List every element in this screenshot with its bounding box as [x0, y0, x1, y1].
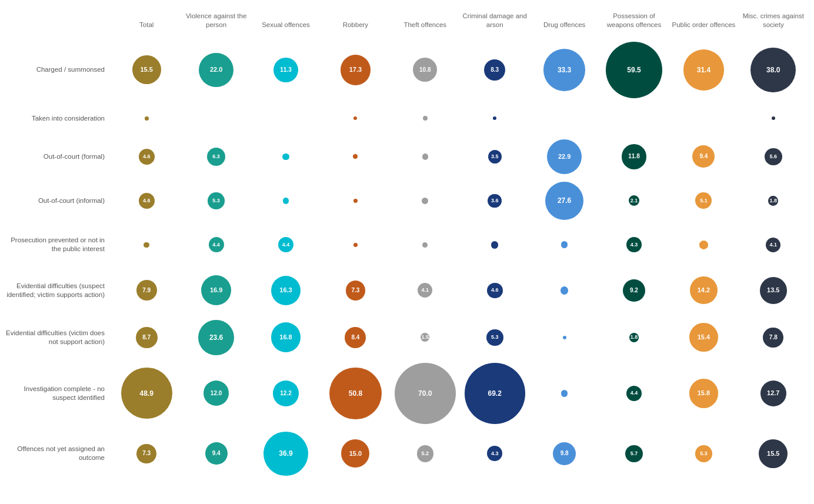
cell-prosecution-public_order [669, 223, 738, 267]
cell-outcourt_formal-misc: 5.6 [739, 135, 808, 179]
cell-charged-violence: 22.0 [181, 38, 251, 102]
bubble-taken-criminal_damage [493, 116, 496, 120]
row-label-outcourt_informal: Out-of-court (informal) [6, 179, 112, 223]
cell-evid2-sexual: 16.8 [251, 314, 321, 361]
bubble-charged-criminal_damage: 8.3 [484, 59, 505, 81]
cell-prosecution-sexual: 4.4 [251, 223, 321, 267]
bubble-prosecution-public_order [699, 241, 708, 249]
bubble-evid1-theft: 4.1 [418, 283, 432, 298]
cell-charged-robbery: 17.3 [321, 38, 390, 102]
cell-notassigned-total: 7.3 [112, 426, 181, 482]
row-label-invest: Investigation complete - no suspect iden… [6, 361, 112, 426]
col-header-total: Total [112, 12, 181, 38]
col-header-criminal_damage: Criminal damage and arson [460, 12, 529, 38]
bubble-prosecution-violence: 4.4 [209, 237, 224, 252]
cell-evid2-possession: 1.8 [599, 314, 669, 361]
bubble-outcourt_informal-sexual [283, 198, 289, 203]
bubble-prosecution-robbery [353, 243, 358, 247]
cell-evid1-total: 7.9 [112, 267, 181, 314]
bubble-invest-drug [561, 390, 568, 397]
bubble-evid1-violence: 16.9 [201, 275, 231, 305]
bubble-evid1-sexual: 16.3 [271, 276, 301, 305]
cell-invest-misc: 12.7 [739, 361, 808, 426]
cell-prosecution-robbery [321, 223, 390, 267]
bubble-taken-total [145, 116, 149, 121]
bubble-invest-possession: 4.4 [626, 386, 642, 401]
cell-charged-possession: 59.5 [599, 38, 669, 102]
cell-prosecution-violence: 4.4 [181, 223, 251, 267]
cell-taken-possession [599, 102, 669, 135]
col-header-robbery: Robbery [321, 12, 390, 38]
bubble-evid2-drug [563, 336, 566, 339]
bubble-invest-robbery: 50.8 [329, 368, 382, 420]
bubble-invest-public_order: 15.8 [689, 379, 718, 408]
col-header-misc: Misc. crimes against society [739, 12, 808, 38]
bubble-outcourt_formal-criminal_damage: 3.5 [488, 150, 502, 163]
bubble-invest-misc: 12.7 [760, 380, 786, 406]
bubble-outcourt_informal-drug: 27.6 [545, 182, 583, 220]
cell-prosecution-total [112, 223, 181, 267]
row-label-evid1: Evidential difficulties (suspect identif… [6, 267, 112, 314]
bubble-prosecution-misc: 4.1 [766, 238, 780, 252]
bubble-evid2-total: 8.7 [136, 327, 158, 349]
cell-evid2-theft: 1.5 [391, 314, 460, 361]
bubble-notassigned-possession: 5.7 [625, 445, 643, 463]
cell-outcourt_informal-possession: 2.1 [599, 179, 669, 223]
bubble-outcourt_formal-total: 4.6 [139, 149, 155, 165]
bubble-prosecution-theft [422, 242, 428, 248]
bubble-invest-theft: 70.0 [395, 363, 456, 424]
cell-outcourt_formal-drug: 22.9 [529, 135, 599, 179]
bubble-taken-misc [772, 116, 775, 120]
bubble-invest-criminal_damage: 69.2 [465, 363, 525, 423]
cell-charged-total: 15.5 [112, 38, 181, 102]
bubble-outcourt_informal-violence: 5.3 [208, 192, 225, 209]
bubble-invest-total: 48.9 [121, 368, 172, 419]
cell-outcourt_formal-theft [391, 135, 460, 179]
cell-outcourt_informal-sexual [251, 179, 321, 223]
bubble-evid2-theft: 1.5 [421, 333, 429, 342]
cell-evid1-possession: 9.2 [599, 267, 669, 314]
cell-outcourt_formal-possession: 11.8 [599, 135, 669, 179]
cell-charged-public_order: 31.4 [669, 38, 738, 102]
row-label-notassigned: Offences not yet assigned an outcome [6, 426, 112, 482]
bubble-notassigned-robbery: 15.0 [341, 439, 369, 468]
bubble-outcourt_formal-sexual [282, 153, 289, 160]
bubble-evid1-misc: 13.5 [760, 277, 787, 304]
cell-evid1-violence: 16.9 [181, 267, 251, 314]
cell-taken-sexual [251, 102, 321, 135]
bubble-charged-misc: 38.0 [750, 48, 796, 93]
cell-invest-drug [529, 361, 599, 426]
cell-notassigned-drug: 9.8 [529, 426, 599, 482]
bubble-notassigned-theft: 5.2 [417, 445, 433, 462]
cell-invest-theft: 70.0 [391, 361, 460, 426]
header-corner [6, 12, 112, 38]
cell-evid2-public_order: 15.4 [669, 314, 738, 361]
cell-charged-theft: 10.8 [391, 38, 460, 102]
cell-evid1-criminal_damage: 4.6 [460, 267, 529, 314]
chart-container: TotalViolence against the personSexual o… [0, 0, 814, 504]
bubble-evid1-drug [561, 286, 569, 295]
bubble-evid1-possession: 9.2 [623, 279, 645, 302]
row-label-outcourt_formal: Out-of-court (formal) [6, 135, 112, 179]
row-label-taken: Taken into consideration [6, 102, 112, 135]
cell-outcourt_formal-criminal_damage: 3.5 [460, 135, 529, 179]
bubble-outcourt_formal-possession: 11.8 [622, 144, 647, 169]
cell-taken-theft [391, 102, 460, 135]
cell-taken-criminal_damage [460, 102, 529, 135]
row-label-prosecution: Prosecution prevented or not in the publ… [6, 223, 112, 267]
col-header-public_order: Public order offences [669, 12, 738, 38]
cell-prosecution-theft [391, 223, 460, 267]
bubble-outcourt_formal-misc: 5.6 [765, 148, 782, 165]
cell-invest-possession: 4.4 [599, 361, 669, 426]
bubble-charged-robbery: 17.3 [341, 55, 371, 85]
cell-invest-violence: 12.0 [181, 361, 251, 426]
col-header-violence: Violence against the person [181, 12, 251, 38]
bubble-notassigned-criminal_damage: 4.3 [487, 446, 502, 461]
cell-evid2-violence: 23.6 [181, 314, 251, 361]
bubble-notassigned-public_order: 5.3 [695, 445, 712, 462]
cell-evid1-public_order: 14.2 [669, 267, 738, 314]
cell-outcourt_informal-violence: 5.3 [181, 179, 251, 223]
cell-notassigned-possession: 5.7 [599, 426, 669, 482]
bubble-charged-total: 15.5 [132, 55, 161, 84]
bubble-outcourt_informal-possession: 2.1 [629, 195, 639, 206]
